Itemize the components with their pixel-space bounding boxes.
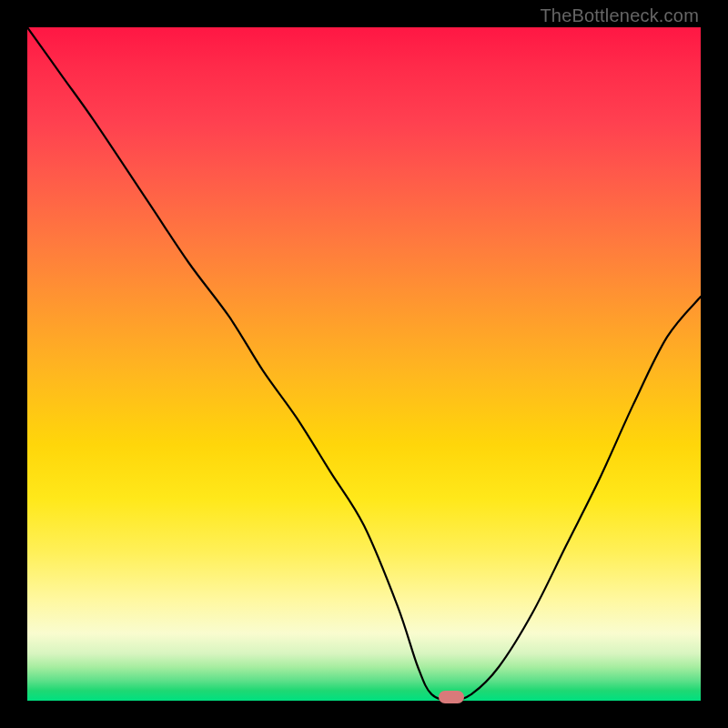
optimal-point-marker — [439, 691, 464, 703]
curve-svg — [27, 27, 701, 701]
plot-area — [27, 27, 701, 701]
chart-frame: TheBottleneck.com — [0, 0, 728, 728]
watermark-text: TheBottleneck.com — [540, 5, 699, 26]
bottleneck-curve — [27, 27, 701, 701]
